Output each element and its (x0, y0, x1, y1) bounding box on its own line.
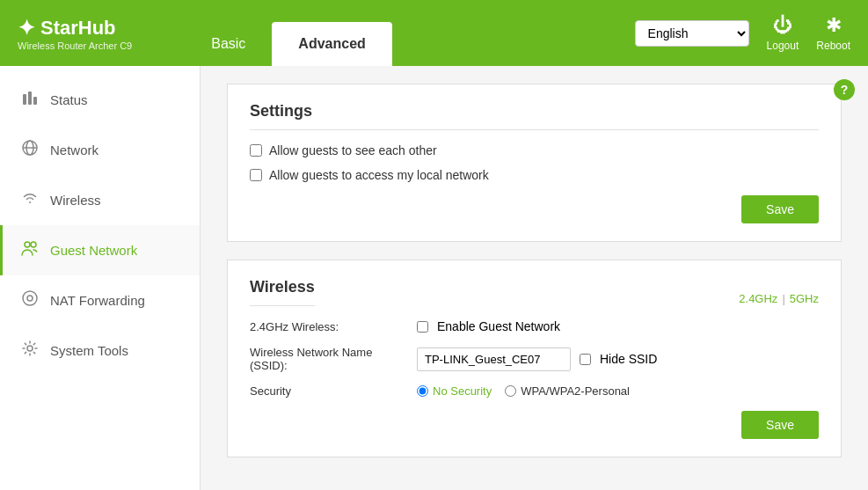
freq-tab-5[interactable]: 5GHz (790, 292, 819, 305)
layout: Status Network Wireless Guest Network NA… (0, 66, 868, 490)
svg-rect-2 (33, 97, 37, 105)
status-icon (20, 89, 40, 111)
logo-area: ✦ StarHub Wireless Router Archer C9 (18, 16, 132, 51)
guest-network-icon (20, 239, 40, 261)
wpa-label: WPA/WPA2-Personal (521, 384, 630, 398)
sidebar-label-network: Network (50, 143, 98, 157)
svg-rect-0 (23, 94, 26, 105)
ssid-controls: Hide SSID (417, 347, 657, 371)
checkbox-access-local[interactable] (250, 169, 262, 181)
tab-advanced[interactable]: Advanced (272, 22, 391, 66)
security-controls: No Security WPA/WPA2-Personal (417, 384, 630, 398)
system-tools-icon (20, 340, 40, 362)
reboot-button[interactable]: ✱ Reboot (816, 14, 850, 52)
sidebar-label-system-tools: System Tools (50, 343, 128, 358)
main-content: ? Settings Allow guests to see each othe… (201, 66, 868, 490)
logo-star-icon: ✦ (18, 16, 35, 40)
sidebar-item-wireless[interactable]: Wireless (0, 175, 200, 225)
svg-point-7 (31, 242, 36, 247)
checkbox-row-see-each-other: Allow guests to see each other (250, 143, 819, 157)
network-icon (20, 139, 40, 161)
no-security-option: No Security (417, 384, 492, 398)
sidebar-item-guest-network[interactable]: Guest Network (0, 225, 200, 275)
sidebar-label-guest-network: Guest Network (50, 243, 137, 258)
settings-save-button[interactable]: Save (741, 195, 819, 223)
logout-label: Logout (767, 40, 799, 52)
wpa-option: WPA/WPA2-Personal (505, 384, 630, 398)
wireless-save-button[interactable]: Save (741, 411, 819, 439)
wireless-header: Wireless 2.4GHz | 5GHz (250, 278, 819, 319)
wireless-section: Wireless 2.4GHz | 5GHz 2.4GHz Wireless: … (227, 260, 842, 457)
sidebar-item-status[interactable]: Status (0, 75, 200, 125)
logout-button[interactable]: ⏻ Logout (767, 14, 799, 52)
hide-ssid-checkbox[interactable] (580, 354, 591, 365)
svg-point-6 (25, 242, 30, 247)
sidebar-label-status: Status (50, 92, 88, 107)
security-label: Security (250, 384, 408, 398)
reboot-icon: ✱ (826, 14, 842, 37)
no-security-radio[interactable] (417, 385, 428, 397)
freq-tab-24[interactable]: 2.4GHz (739, 292, 777, 305)
sidebar-item-nat-forwarding[interactable]: NAT Forwarding (0, 275, 200, 325)
tab-basic[interactable]: Basic (185, 22, 272, 66)
settings-save-row: Save (250, 195, 819, 223)
settings-section: Settings Allow guests to see each other … (227, 84, 842, 242)
ssid-label: Wireless Network Name (SSID): (250, 346, 408, 372)
reboot-label: Reboot (816, 40, 850, 52)
enable-guest-network-label: Enable Guest Network (437, 319, 560, 333)
logo-name: StarHub (40, 17, 116, 40)
wpa-radio[interactable] (505, 385, 516, 397)
logo-title: ✦ StarHub (18, 16, 132, 40)
sidebar-item-network[interactable]: Network (0, 125, 200, 175)
wireless-icon (20, 189, 40, 211)
checkbox-see-each-other[interactable] (250, 144, 262, 157)
language-select[interactable]: English Chinese French (635, 20, 749, 47)
freq-divider: | (782, 292, 784, 305)
nat-forwarding-icon (20, 289, 40, 311)
wireless-save-row: Save (250, 411, 819, 439)
ssid-input[interactable] (417, 347, 571, 371)
sidebar-label-nat-forwarding: NAT Forwarding (50, 293, 145, 308)
nav-tabs: Basic Advanced (185, 0, 392, 66)
wireless-24-controls: Enable Guest Network (417, 319, 560, 333)
header: ✦ StarHub Wireless Router Archer C9 Basi… (0, 0, 868, 66)
wireless-24-label: 2.4GHz Wireless: (250, 320, 408, 333)
settings-title: Settings (250, 102, 819, 130)
svg-point-10 (27, 346, 33, 351)
help-button[interactable]: ? (834, 79, 855, 100)
logout-icon: ⏻ (773, 14, 792, 37)
security-row: Security No Security WPA/WPA2-Personal (250, 384, 819, 398)
wireless-24-row: 2.4GHz Wireless: Enable Guest Network (250, 319, 819, 333)
svg-point-9 (27, 296, 33, 301)
header-right: English Chinese French ⏻ Logout ✱ Reboot (635, 14, 850, 52)
ssid-row: Wireless Network Name (SSID): Hide SSID (250, 346, 819, 372)
enable-guest-network-checkbox[interactable] (417, 321, 428, 333)
sidebar: Status Network Wireless Guest Network NA… (0, 66, 201, 490)
sidebar-label-wireless: Wireless (50, 193, 101, 208)
hide-ssid-label: Hide SSID (600, 352, 657, 366)
sidebar-item-system-tools[interactable]: System Tools (0, 325, 200, 376)
svg-point-8 (23, 291, 37, 305)
checkbox-row-access-local: Allow guests to access my local network (250, 168, 819, 182)
wireless-title: Wireless (250, 278, 315, 306)
checkbox-access-local-label: Allow guests to access my local network (269, 168, 489, 182)
checkbox-see-each-other-label: Allow guests to see each other (269, 143, 437, 157)
freq-tabs: 2.4GHz | 5GHz (739, 292, 819, 305)
no-security-label: No Security (433, 384, 492, 398)
svg-rect-1 (28, 91, 32, 105)
logo-subtitle: Wireless Router Archer C9 (18, 40, 132, 51)
